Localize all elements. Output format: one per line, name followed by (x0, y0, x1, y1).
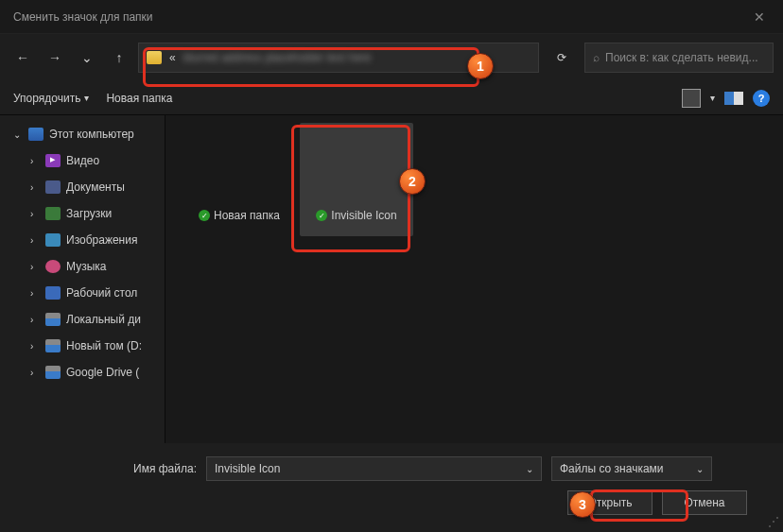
tree-item-downloads[interactable]: ›Загрузки (0, 200, 165, 227)
chevron-right-icon: › (30, 156, 40, 166)
new-folder-button[interactable]: Новая папка (106, 92, 172, 105)
back-button[interactable]: ← (9, 44, 36, 71)
filename-label: Имя файла: (17, 462, 197, 475)
callout-2: 2 (399, 168, 426, 195)
file-invisible-icon-item[interactable]: Invisible Icon (309, 130, 404, 222)
up-button[interactable]: ↑ (106, 44, 132, 71)
drive-icon (45, 339, 61, 352)
nav-tree: ⌄ Этот компьютер ›Видео ›Документы ›Загр… (0, 115, 165, 474)
pc-icon (28, 128, 44, 141)
tree-item-video[interactable]: ›Видео (0, 147, 165, 174)
file-pane[interactable]: Новая папка Invisible Icon (165, 115, 783, 474)
documents-icon (45, 180, 61, 194)
tree-item-pictures[interactable]: ›Изображения (0, 227, 165, 253)
pictures-icon (45, 233, 61, 247)
tree-item-music[interactable]: ›Музыка (0, 253, 165, 280)
titlebar: Сменить значок для папки ✕ (0, 0, 783, 34)
file-dialog-window: Сменить значок для папки ✕ ← → ⌄ ↑ « blu… (0, 0, 783, 532)
toolbar: Упорядочить ▾ Новая папка ▾ ? (0, 81, 783, 115)
filename-input[interactable]: Invisible Icon⌄ (206, 456, 542, 481)
help-button[interactable]: ? (753, 90, 770, 107)
desktop-icon (45, 286, 61, 300)
preview-toggle-button[interactable] (724, 92, 743, 105)
tree-item-newvolume[interactable]: ›Новый том (D: (0, 333, 165, 359)
cancel-button[interactable]: Отмена (662, 490, 747, 515)
sync-badge-icon (199, 210, 210, 221)
resize-handle[interactable]: ⋰ (768, 515, 779, 528)
callout-1: 1 (467, 53, 494, 79)
window-title: Сменить значок для папки (13, 10, 153, 24)
address-prefix: « (169, 51, 176, 64)
search-placeholder: Поиск в: как сделать невид... (605, 51, 758, 64)
dialog-footer: Имя файла: Invisible Icon⌄ Файлы со знач… (0, 443, 783, 532)
drive-icon (45, 366, 61, 379)
music-icon (45, 260, 61, 273)
folder-icon (197, 130, 282, 201)
content-area: ⌄ Этот компьютер ›Видео ›Документы ›Загр… (0, 115, 783, 474)
invisible-icon-thumb (314, 130, 399, 201)
file-filter-select[interactable]: Файлы со значками⌄ (551, 456, 712, 481)
sync-badge-icon (316, 210, 327, 221)
close-button[interactable]: ✕ (745, 6, 774, 28)
forward-button[interactable]: → (42, 44, 68, 71)
file-folder-item[interactable]: Новая папка (192, 130, 287, 222)
chevron-right-icon: › (30, 315, 40, 325)
tree-item-documents[interactable]: ›Документы (0, 174, 165, 200)
tree-root-thispc[interactable]: ⌄ Этот компьютер (0, 121, 165, 147)
tree-item-desktop[interactable]: ›Рабочий стол (0, 280, 165, 306)
drive-icon (45, 313, 61, 326)
chevron-right-icon: › (30, 341, 40, 352)
tree-item-localdisk[interactable]: ›Локальный ди (0, 306, 165, 333)
downloads-icon (45, 207, 61, 220)
organize-menu[interactable]: Упорядочить ▾ (13, 92, 89, 105)
callout-3: 3 (569, 491, 596, 518)
video-icon (45, 154, 61, 167)
search-icon: ⌕ (593, 51, 600, 64)
chevron-right-icon: › (30, 368, 40, 378)
chevron-right-icon: › (30, 182, 40, 193)
chevron-right-icon: › (30, 288, 40, 299)
recent-button[interactable]: ⌄ (74, 44, 100, 71)
tree-item-googledrive[interactable]: ›Google Drive ( (0, 359, 165, 386)
search-box[interactable]: ⌕ Поиск в: как сделать невид... (584, 43, 774, 73)
chevron-down-icon: ⌄ (13, 129, 23, 140)
view-mode-button[interactable] (682, 89, 701, 108)
chevron-right-icon: › (30, 235, 40, 246)
folder-icon (147, 51, 162, 64)
nav-bar: ← → ⌄ ↑ « blurred address placeholder te… (0, 34, 783, 81)
refresh-button[interactable]: ⟳ (545, 43, 579, 73)
chevron-right-icon: › (30, 262, 40, 272)
chevron-right-icon: › (30, 209, 40, 219)
